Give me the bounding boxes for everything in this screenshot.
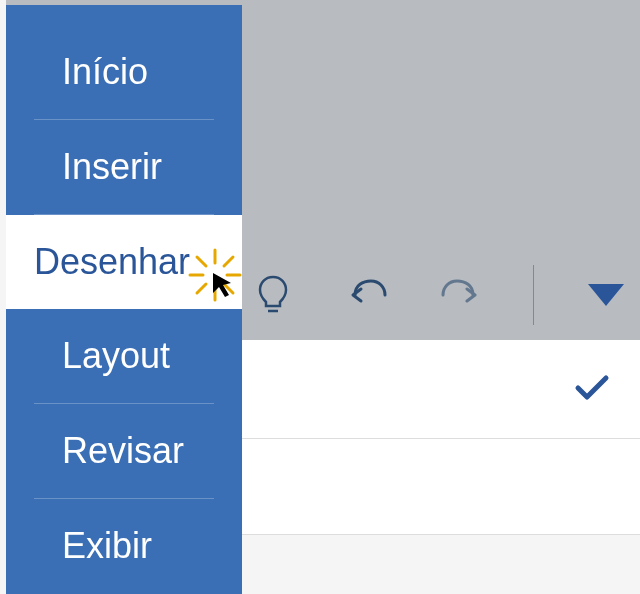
toolbar-icons-group <box>251 265 628 325</box>
sidebar-item-layout[interactable]: Layout <box>34 309 214 404</box>
sidebar-item-desenhar[interactable]: Desenhar <box>6 215 242 309</box>
sidebar-item-inserir[interactable]: Inserir <box>34 120 214 215</box>
sidebar-item-inicio[interactable]: Início <box>34 25 214 120</box>
lightbulb-icon[interactable] <box>251 273 295 317</box>
sidebar-item-revisar[interactable]: Revisar <box>34 404 214 499</box>
sidebar-menu: Início Inserir Desenhar Layout Revisar E… <box>6 5 242 594</box>
sidebar-item-exibir[interactable]: Exibir <box>34 499 214 593</box>
chevron-down-icon <box>588 284 624 306</box>
dropdown-toggle[interactable] <box>584 273 628 317</box>
undo-icon[interactable] <box>345 273 389 317</box>
sidebar-item-label: Desenhar <box>34 241 190 282</box>
redo-icon[interactable] <box>439 273 483 317</box>
sidebar-item-label: Início <box>62 51 148 92</box>
sidebar-item-label: Revisar <box>62 430 184 471</box>
check-icon <box>574 368 610 410</box>
sidebar-item-label: Layout <box>62 335 170 376</box>
sidebar-item-label: Inserir <box>62 146 162 187</box>
toolbar-divider <box>533 265 534 325</box>
sidebar-item-label: Exibir <box>62 525 152 566</box>
